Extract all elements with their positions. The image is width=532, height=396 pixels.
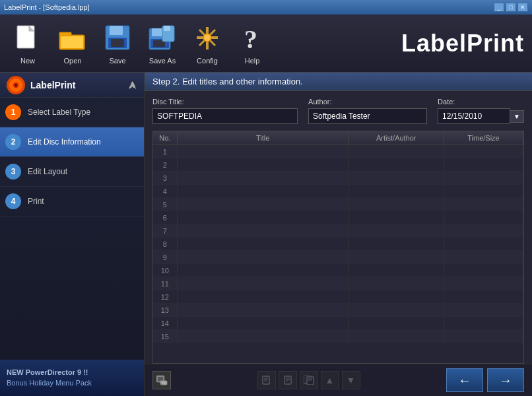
row-title[interactable]	[177, 251, 349, 264]
table-row[interactable]: 10	[153, 264, 523, 277]
row-title[interactable]	[177, 330, 349, 343]
row-title[interactable]	[177, 145, 349, 158]
row-time[interactable]	[444, 172, 523, 185]
row-artist[interactable]	[349, 145, 444, 158]
help-button[interactable]: ? Help	[232, 22, 272, 65]
row-time[interactable]	[444, 198, 523, 211]
action-btn-3[interactable]	[300, 371, 318, 389]
sidebar-item-edit-layout[interactable]: 3 Edit Layout	[0, 157, 144, 187]
table-row[interactable]: 13	[153, 304, 523, 317]
row-title[interactable]	[177, 211, 349, 224]
table-row[interactable]: 1	[153, 145, 523, 158]
action-btn-1[interactable]	[257, 371, 276, 389]
sidebar-item-print[interactable]: 4 Print	[0, 187, 144, 216]
sidebar-collapse-button[interactable]: ⮝	[128, 80, 137, 90]
sidebar-item-select-label[interactable]: 1 Select Label Type	[0, 98, 144, 127]
row-title[interactable]	[177, 238, 349, 251]
date-picker-button[interactable]: ▼	[510, 110, 524, 123]
row-time[interactable]	[444, 185, 523, 198]
table-row[interactable]: 6	[153, 211, 523, 224]
sidebar-item-edit-disc[interactable]: 2 Edit Disc Information	[0, 127, 144, 157]
minimize-button[interactable]: _	[494, 3, 504, 12]
row-time[interactable]	[444, 158, 523, 172]
table-row[interactable]: 5	[153, 198, 523, 211]
date-label: Date:	[438, 98, 524, 106]
author-group: Author:	[308, 98, 427, 124]
date-input[interactable]	[438, 108, 510, 124]
new-button[interactable]: New	[8, 22, 48, 65]
table-row[interactable]: 4	[153, 185, 523, 198]
row-time[interactable]	[444, 251, 523, 264]
promo-line2: Bonus Holiday Menu Pack	[7, 378, 137, 388]
author-input[interactable]	[308, 108, 427, 124]
row-title[interactable]	[177, 317, 349, 330]
import-button[interactable]: ↓	[152, 371, 171, 389]
row-number: 12	[153, 290, 177, 304]
move-down-button[interactable]: ▼	[342, 371, 360, 389]
row-title[interactable]	[177, 198, 349, 211]
row-title[interactable]	[177, 290, 349, 304]
table-row[interactable]: 7	[153, 224, 523, 238]
row-time[interactable]	[444, 238, 523, 251]
open-button[interactable]: Open	[53, 22, 92, 65]
row-artist[interactable]	[349, 304, 444, 317]
table-row[interactable]: 11	[153, 277, 523, 290]
row-artist[interactable]	[349, 198, 444, 211]
row-artist[interactable]	[349, 224, 444, 238]
new-label: New	[20, 57, 35, 65]
row-time[interactable]	[444, 317, 523, 330]
table-row[interactable]: 3	[153, 172, 523, 185]
move-up-button[interactable]: ▲	[321, 371, 339, 389]
row-number: 11	[153, 277, 177, 290]
action-btn-2[interactable]	[279, 371, 297, 389]
row-number: 6	[153, 211, 177, 224]
row-artist[interactable]	[349, 251, 444, 264]
row-time[interactable]	[444, 304, 523, 317]
row-title[interactable]	[177, 224, 349, 238]
save-button[interactable]: Save	[98, 22, 137, 65]
row-artist[interactable]	[349, 330, 444, 343]
back-button[interactable]: ←	[446, 368, 483, 392]
step3-circle: 3	[5, 164, 21, 180]
row-artist[interactable]	[349, 238, 444, 251]
saveas-icon	[147, 22, 178, 54]
col-header-time: Time/Size	[444, 131, 523, 145]
row-time[interactable]	[444, 145, 523, 158]
row-time[interactable]	[444, 277, 523, 290]
row-number: 1	[153, 145, 177, 158]
table-row[interactable]: 14	[153, 317, 523, 330]
config-button[interactable]: Config	[187, 22, 227, 65]
row-title[interactable]	[177, 304, 349, 317]
table-row[interactable]: 2	[153, 158, 523, 172]
forward-button[interactable]: →	[487, 368, 524, 392]
row-time[interactable]	[444, 264, 523, 277]
disc-title-input[interactable]	[152, 108, 298, 124]
row-artist[interactable]	[349, 317, 444, 330]
row-title[interactable]	[177, 158, 349, 172]
row-title[interactable]	[177, 172, 349, 185]
row-time[interactable]	[444, 211, 523, 224]
title-bar-controls[interactable]: _ □ ✕	[494, 3, 528, 12]
author-label: Author:	[308, 98, 427, 106]
row-time[interactable]	[444, 290, 523, 304]
close-button[interactable]: ✕	[517, 3, 528, 12]
row-title[interactable]	[177, 264, 349, 277]
table-row[interactable]: 15	[153, 330, 523, 343]
row-time[interactable]	[444, 224, 523, 238]
row-artist[interactable]	[349, 264, 444, 277]
row-artist[interactable]	[349, 185, 444, 198]
row-artist[interactable]	[349, 290, 444, 304]
row-title[interactable]	[177, 277, 349, 290]
table-row[interactable]: 12	[153, 290, 523, 304]
row-artist[interactable]	[349, 172, 444, 185]
saveas-button[interactable]: Save As	[143, 22, 182, 65]
row-artist[interactable]	[349, 211, 444, 224]
svg-point-25	[15, 84, 17, 86]
row-title[interactable]	[177, 185, 349, 198]
table-row[interactable]: 9	[153, 251, 523, 264]
maximize-button[interactable]: □	[506, 3, 516, 12]
table-row[interactable]: 8	[153, 238, 523, 251]
row-artist[interactable]	[349, 158, 444, 172]
row-time[interactable]	[444, 330, 523, 343]
row-artist[interactable]	[349, 277, 444, 290]
